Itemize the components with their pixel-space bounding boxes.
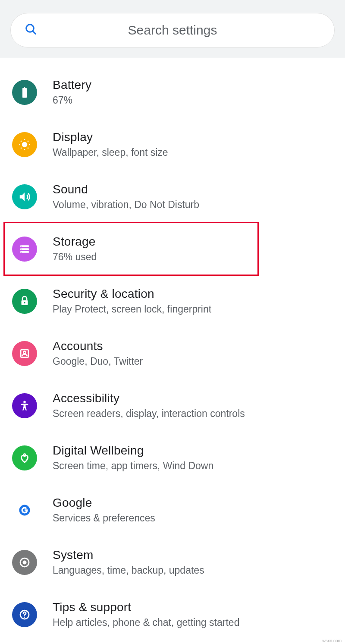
item-subtitle: 76% used — [53, 251, 97, 263]
item-title: Display — [53, 130, 168, 144]
item-title: Accessibility — [53, 391, 245, 405]
item-title: Sound — [53, 183, 199, 196]
item-text: Security & location Play Protect, screen… — [53, 287, 211, 315]
svg-point-10 — [24, 302, 25, 303]
item-subtitle: Services & preferences — [53, 512, 155, 524]
item-text: Accounts Google, Duo, Twitter — [53, 339, 143, 367]
item-title: Security & location — [53, 287, 211, 301]
item-text: Tips & support Help articles, phone & ch… — [53, 600, 239, 628]
settings-list: Battery 67% Display Wallpaper, sleep, fo… — [0, 58, 345, 641]
item-title: Google — [53, 496, 155, 510]
svg-point-8 — [21, 251, 22, 252]
accounts-icon — [12, 341, 37, 366]
search-placeholder: Search settings — [25, 23, 320, 38]
item-text: Accessibility Screen readers, display, i… — [53, 391, 245, 420]
item-text: Digital Wellbeing Screen time, app timer… — [53, 444, 213, 472]
svg-point-6 — [21, 246, 22, 246]
item-subtitle: Wallpaper, sleep, font size — [53, 147, 168, 158]
item-subtitle: Volume, vibration, Do Not Disturb — [53, 199, 199, 211]
security-icon — [12, 289, 37, 314]
item-subtitle: Screen readers, display, interaction con… — [53, 408, 245, 420]
item-title: System — [53, 548, 204, 562]
tips-icon — [12, 602, 37, 627]
battery-icon — [12, 80, 37, 105]
item-title: Accounts — [53, 339, 143, 353]
item-text: Battery 67% — [53, 78, 91, 106]
item-subtitle: Play Protect, screen lock, fingerprint — [53, 303, 211, 315]
wellbeing-icon — [12, 445, 37, 470]
item-title: Battery — [53, 78, 91, 92]
settings-item-system[interactable]: System Languages, time, backup, updates — [0, 536, 345, 588]
display-icon — [12, 132, 37, 157]
item-text: System Languages, time, backup, updates — [53, 548, 204, 576]
settings-item-tips[interactable]: Tips & support Help articles, phone & ch… — [0, 588, 345, 641]
sound-icon — [12, 184, 37, 209]
settings-item-battery[interactable]: Battery 67% — [0, 66, 345, 118]
item-text: Sound Volume, vibration, Do Not Disturb — [53, 183, 199, 211]
settings-item-security[interactable]: Security & location Play Protect, screen… — [0, 275, 345, 327]
item-text: Display Wallpaper, sleep, font size — [53, 130, 168, 158]
storage-icon — [12, 237, 37, 262]
svg-point-2 — [22, 142, 27, 147]
settings-item-display[interactable]: Display Wallpaper, sleep, font size — [0, 118, 345, 170]
item-subtitle: 67% — [53, 95, 91, 106]
svg-point-12 — [23, 351, 26, 354]
settings-item-accounts[interactable]: Accounts Google, Duo, Twitter — [0, 327, 345, 379]
svg-point-13 — [23, 401, 26, 403]
item-subtitle: Screen time, app timers, Wind Down — [53, 460, 213, 472]
settings-item-accessibility[interactable]: Accessibility Screen readers, display, i… — [0, 379, 345, 432]
search-bar[interactable]: Search settings — [10, 13, 335, 47]
svg-point-16 — [23, 561, 26, 563]
system-icon — [12, 550, 37, 575]
google-icon — [12, 498, 37, 523]
item-title: Tips & support — [53, 600, 239, 614]
accessibility-icon — [12, 393, 37, 418]
highlight-box — [3, 222, 259, 276]
svg-point-18 — [24, 616, 25, 618]
item-subtitle: Help articles, phone & chat, getting sta… — [53, 617, 239, 628]
search-header: Search settings — [0, 0, 345, 58]
settings-item-storage[interactable]: Storage 76% used — [0, 223, 345, 275]
settings-item-google[interactable]: Google Services & preferences — [0, 484, 345, 536]
item-text: Google Services & preferences — [53, 496, 155, 524]
item-title: Digital Wellbeing — [53, 444, 213, 458]
watermark: wsxn.com — [323, 638, 342, 643]
item-subtitle: Google, Duo, Twitter — [53, 356, 143, 367]
item-subtitle: Languages, time, backup, updates — [53, 565, 204, 576]
settings-item-wellbeing[interactable]: Digital Wellbeing Screen time, app timer… — [0, 432, 345, 484]
item-text: Storage 76% used — [53, 235, 97, 263]
svg-point-7 — [21, 249, 22, 249]
settings-item-sound[interactable]: Sound Volume, vibration, Do Not Disturb — [0, 170, 345, 223]
item-title: Storage — [53, 235, 97, 249]
